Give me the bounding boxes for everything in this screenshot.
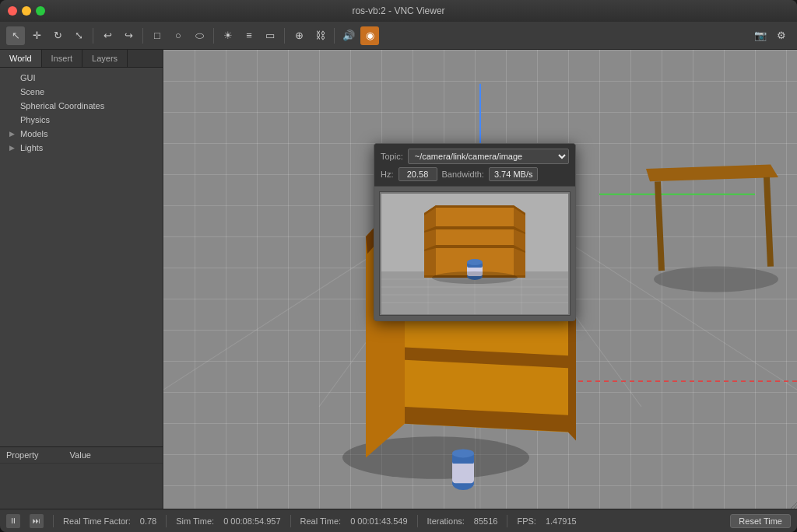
app-window: ros-vb:2 - VNC Viewer ↖ ✛ ↻ ⤡ ↩ ↪ □ ○ ⬭ … (0, 0, 797, 532)
status-separator-2 (166, 515, 167, 527)
svg-marker-36 (514, 205, 525, 275)
topic-row: Topic: ~/camera/link/camera/image (381, 149, 569, 164)
window-title: ros-vb:2 - VNC Viewer (352, 5, 444, 16)
arrow-expand-icon: ▶ (9, 130, 17, 138)
sun-tool[interactable]: ☀ (219, 26, 237, 45)
sidebar-item-label: Lights (20, 143, 43, 152)
select-tool[interactable]: ↖ (6, 26, 25, 45)
scale-tool[interactable]: ⤡ (69, 26, 88, 45)
rotate-tool[interactable]: ↻ (48, 26, 67, 45)
resize-handle[interactable] (788, 499, 797, 509)
real-time-value: 0 00:01:43.549 (350, 516, 407, 526)
svg-marker-17 (646, 165, 778, 182)
fps-label: FPS: (517, 516, 535, 526)
property-column-header: Property (6, 450, 39, 460)
status-separator-3 (290, 515, 291, 527)
svg-point-45 (432, 271, 518, 284)
svg-point-44 (467, 259, 483, 265)
sidebar-item-spherical-coordinates[interactable]: Spherical Coordinates (0, 99, 163, 113)
sidebar-item-label: GUI (20, 73, 36, 82)
sidebar-item-scene[interactable]: Scene (0, 85, 163, 99)
svg-line-47 (794, 506, 797, 509)
cylinder-tool[interactable]: ⬭ (190, 26, 209, 45)
real-time-label: Real Time: (300, 516, 342, 526)
svg-point-20 (654, 267, 778, 292)
title-bar: ros-vb:2 - VNC Viewer (0, 0, 797, 22)
close-button[interactable] (8, 6, 17, 16)
sidebar-item-label: Spherical Coordinates (20, 101, 104, 110)
panel-tabs: World Insert Layers (0, 50, 163, 68)
sidebar-item-gui[interactable]: GUI (0, 71, 163, 85)
hz-label: Hz: (381, 170, 394, 179)
main-content: World Insert Layers GUI Scene Spherical … (0, 50, 797, 509)
status-bar: ⏸ ⏭ Real Time Factor: 0.78 Sim Time: 0 0… (0, 509, 797, 532)
separator-5 (334, 28, 335, 44)
iterations-value: 85516 (474, 516, 498, 526)
viewport-3d[interactable]: Topic: ~/camera/link/camera/image Hz: 20… (163, 50, 797, 509)
tree-panel: GUI Scene Spherical Coordinates Physics … (0, 68, 163, 446)
tab-insert[interactable]: Insert (42, 50, 83, 67)
box-tool[interactable]: □ (148, 26, 167, 45)
maximize-button[interactable] (36, 6, 45, 16)
status-separator-5 (507, 515, 507, 527)
svg-line-18 (658, 181, 662, 271)
properties-header: Property Value (0, 447, 163, 464)
plane-tool[interactable]: ▭ (261, 26, 279, 45)
camera-popup: Topic: ~/camera/link/camera/image Hz: 20… (374, 143, 576, 321)
highlight-tool[interactable]: ◉ (360, 26, 379, 45)
reset-time-button[interactable]: Reset Time (730, 514, 791, 528)
redo-button[interactable]: ↪ (119, 26, 138, 45)
sim-time-value: 0 00:08:54.957 (223, 516, 280, 526)
separator-2 (142, 28, 143, 44)
real-time-factor-value: 0.78 (140, 516, 156, 526)
bandwidth-label: Bandwidth: (442, 170, 484, 179)
settings-tool[interactable]: ⚙ (772, 26, 791, 45)
sim-time-label: Sim Time: (176, 516, 214, 526)
popup-header: Topic: ~/camera/link/camera/image Hz: 20… (374, 144, 575, 187)
hz-bandwidth-row: Hz: 20.58 Bandwidth: 3.74 MB/s (381, 167, 569, 181)
sidebar-item-lights[interactable]: ▶ Lights (0, 141, 163, 155)
window-controls (8, 6, 45, 16)
fps-value: 1.47915 (546, 516, 577, 526)
resize-icon (788, 499, 797, 509)
svg-line-19 (767, 177, 771, 267)
svg-marker-35 (424, 205, 436, 275)
svg-point-24 (452, 450, 474, 458)
pause-button[interactable]: ⏸ (6, 514, 20, 528)
separator-4 (284, 28, 285, 44)
step-button[interactable]: ⏭ (30, 514, 44, 528)
value-column-header: Value (70, 450, 91, 460)
hz-value: 20.58 (398, 167, 437, 181)
real-time-factor-label: Real Time Factor: (63, 516, 131, 526)
sidebar-item-label: Models (20, 129, 47, 138)
undo-button[interactable]: ↩ (98, 26, 117, 45)
origin-tool[interactable]: ⊕ (290, 26, 308, 45)
lines-tool[interactable]: ≡ (240, 26, 258, 45)
properties-panel: Property Value (0, 446, 163, 509)
screenshot-tool[interactable]: 📷 (751, 26, 770, 45)
topic-select[interactable]: ~/camera/link/camera/image (408, 149, 569, 164)
camera-image-display (379, 191, 571, 316)
tab-world[interactable]: World (0, 50, 42, 67)
separator-1 (93, 28, 93, 44)
bandwidth-value: 3.74 MB/s (489, 167, 539, 181)
status-separator-4 (417, 515, 418, 527)
status-separator (53, 515, 54, 527)
snap-tool[interactable]: ⛓ (311, 26, 329, 45)
arrow-expand-icon: ▶ (9, 144, 17, 152)
sidebar-item-label: Physics (20, 115, 50, 124)
sidebar-item-physics[interactable]: Physics (0, 113, 163, 127)
camera-feed-svg (381, 194, 568, 314)
sphere-tool[interactable]: ○ (169, 26, 188, 45)
tab-layers[interactable]: Layers (83, 50, 128, 67)
toolbar-right: 📷 ⚙ (751, 26, 791, 45)
sidebar-item-models[interactable]: ▶ Models (0, 127, 163, 141)
topic-label: Topic: (381, 152, 403, 161)
move-tool[interactable]: ✛ (27, 26, 46, 45)
left-panel: World Insert Layers GUI Scene Spherical … (0, 50, 163, 509)
toolbar: ↖ ✛ ↻ ⤡ ↩ ↪ □ ○ ⬭ ☀ ≡ ▭ ⊕ ⛓ 🔊 ◉ 📷 ⚙ (0, 22, 797, 50)
svg-line-46 (791, 502, 797, 509)
audio-tool[interactable]: 🔊 (339, 26, 358, 45)
minimize-button[interactable] (22, 6, 31, 16)
camera-image-area (374, 187, 575, 320)
